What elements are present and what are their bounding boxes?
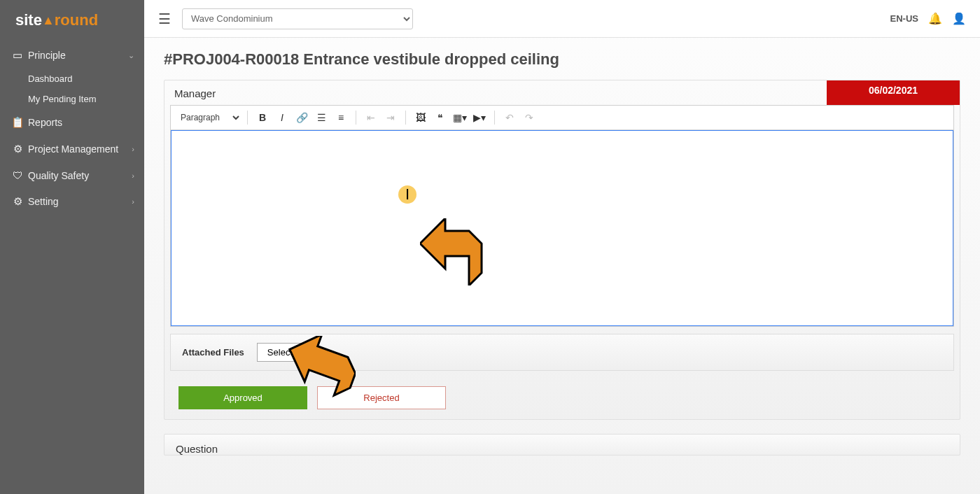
chevron-right-icon: › — [132, 197, 134, 206]
media-button[interactable]: ▶▾ — [470, 108, 489, 127]
project-select[interactable]: Wave Condominium — [182, 8, 413, 29]
quote-button[interactable]: ❝ — [431, 108, 449, 127]
sidebar-item-label: Quality Safety — [25, 170, 132, 181]
question-panel: Question — [164, 434, 960, 456]
menu-toggle-icon[interactable]: ☰ — [158, 10, 171, 27]
undo-button[interactable]: ↶ — [500, 108, 519, 127]
editor-textarea[interactable]: I — [171, 130, 953, 326]
select-file-button[interactable]: Select — [257, 343, 303, 362]
paragraph-select[interactable]: Paragraph — [175, 111, 241, 125]
approve-button[interactable]: Approved — [178, 386, 307, 409]
bell-icon[interactable]: 🔔 — [928, 12, 942, 25]
link-button[interactable]: 🔗 — [293, 108, 311, 127]
sidebar-item-reports[interactable]: 📋 Reports — [0, 109, 144, 136]
editor-toolbar: Paragraph B I 🔗 ☰ ≡ ⇤ ⇥ 🖼 ❝ — [171, 106, 953, 130]
brand-triangle-icon: ▲ — [42, 13, 55, 28]
gear-icon: ⚙ — [10, 195, 25, 208]
page-title: #PROJ004-R00018 Entrance vestibule dropp… — [164, 50, 960, 69]
table-button[interactable]: ▦▾ — [451, 108, 469, 127]
indent-button[interactable]: ⇥ — [382, 108, 400, 127]
id-card-icon: ▭ — [10, 49, 25, 62]
sidebar: site▲round ▭ Principle ⌄ Dashboard My Pe… — [0, 0, 144, 494]
brand-logo: site▲round — [0, 0, 144, 42]
sidebar-item-quality-safety[interactable]: 🛡 Quality Safety › — [0, 162, 144, 188]
outdent-button[interactable]: ⇤ — [362, 108, 380, 127]
sidebar-item-setting[interactable]: ⚙ Setting › — [0, 188, 144, 215]
topbar: ☰ Wave Condominium EN-US 🔔 👤 — [144, 0, 980, 38]
gears-icon: ⚙ — [10, 143, 25, 155]
sidebar-subitem-pending[interactable]: My Pending Item — [0, 89, 144, 109]
sidebar-subitem-dashboard[interactable]: Dashboard — [0, 69, 144, 89]
image-button[interactable]: 🖼 — [412, 108, 430, 127]
chevron-right-icon: › — [132, 145, 134, 153]
language-label[interactable]: EN-US — [890, 13, 918, 24]
question-label: Question — [164, 435, 960, 455]
sidebar-item-project-management[interactable]: ⚙ Project Management › — [0, 136, 144, 162]
reject-button[interactable]: Rejected — [317, 386, 446, 409]
date-chip: 06/02/2021 — [827, 80, 960, 105]
chevron-down-icon: ⌄ — [128, 51, 134, 60]
sidebar-item-label: Setting — [25, 196, 132, 207]
shield-icon: 🛡 — [10, 169, 25, 181]
user-icon[interactable]: 👤 — [952, 12, 966, 25]
number-list-button[interactable]: ≡ — [332, 108, 350, 127]
italic-button[interactable]: I — [273, 108, 291, 127]
manager-panel: Manager 06/02/2021 Paragraph B I 🔗 ☰ ≡ — [164, 80, 960, 420]
manager-label: Manager — [174, 87, 216, 99]
sidebar-item-principle[interactable]: ▭ Principle ⌄ — [0, 42, 144, 69]
attached-files-row: Attached Files Select — [170, 334, 954, 371]
sidebar-item-label: Reports — [25, 117, 134, 128]
redo-button[interactable]: ↷ — [520, 108, 538, 127]
sidebar-item-label: Project Management — [25, 143, 132, 155]
attached-files-label: Attached Files — [182, 347, 244, 358]
clipboard-icon: 📋 — [10, 116, 25, 129]
sidebar-item-label: Principle — [25, 50, 128, 61]
bullet-list-button[interactable]: ☰ — [312, 108, 330, 127]
bold-button[interactable]: B — [253, 108, 272, 127]
text-cursor-icon: I — [405, 185, 410, 204]
chevron-right-icon: › — [132, 171, 134, 180]
rich-text-editor: Paragraph B I 🔗 ☰ ≡ ⇤ ⇥ 🖼 ❝ — [170, 105, 954, 327]
